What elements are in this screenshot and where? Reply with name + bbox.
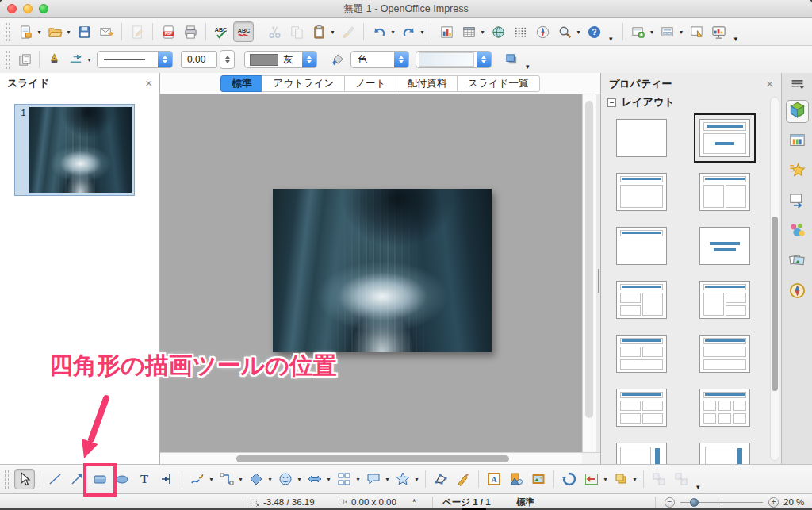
basic-shapes-dropdown-arrow[interactable]: ▾: [266, 476, 274, 483]
glue-points[interactable]: [453, 469, 473, 489]
toolbar-overflow-button[interactable]: ▾: [526, 63, 530, 71]
save[interactable]: [74, 21, 94, 42]
view-tab-5[interactable]: スライド一覧: [457, 75, 539, 92]
layout-title-content[interactable]: [699, 119, 750, 157]
sidebar-tab-navigator[interactable]: [786, 281, 809, 304]
line-style-stepper[interactable]: [158, 51, 172, 68]
line-color-select[interactable]: 灰: [244, 51, 317, 68]
toolbar-drag-handle[interactable]: [4, 470, 9, 489]
navigator[interactable]: [532, 21, 553, 42]
connector-tool-dropdown-arrow[interactable]: ▾: [237, 476, 244, 483]
arrange-dropdown-arrow[interactable]: ▾: [631, 476, 638, 483]
display-grid[interactable]: [510, 21, 530, 42]
toolbar-overflow-button[interactable]: ▾: [734, 35, 738, 43]
export-pdf[interactable]: PDF: [158, 21, 178, 42]
symbol-shapes[interactable]: [275, 469, 296, 489]
layout-content-vtitle[interactable]: [616, 443, 667, 464]
print[interactable]: [180, 21, 201, 42]
line-style-select[interactable]: [97, 51, 173, 68]
connector-tool[interactable]: [216, 469, 237, 489]
layout-title-only[interactable]: [616, 227, 667, 265]
view-tab-1[interactable]: 標準: [220, 75, 262, 92]
close-window-button[interactable]: [7, 4, 17, 13]
layout-content-vtitle-2[interactable]: [699, 443, 750, 464]
arrow-style-dropdown-arrow[interactable]: ▾: [86, 56, 93, 63]
help[interactable]: ?: [584, 21, 604, 42]
zoom-in-button[interactable]: +: [768, 497, 779, 508]
edit-points[interactable]: [431, 469, 451, 489]
line-width-input[interactable]: 0.00: [181, 51, 217, 68]
zoom-out-button[interactable]: −: [665, 497, 675, 508]
rectangle-tool[interactable]: [90, 469, 110, 489]
flowchart-shapes[interactable]: [334, 469, 354, 489]
zoom-window-button[interactable]: [39, 4, 48, 13]
zoom-slider[interactable]: [680, 502, 763, 503]
slides-panel-close-icon[interactable]: ×: [145, 77, 152, 89]
sidebar-tab-animation-effects[interactable]: [786, 220, 809, 243]
insert-table[interactable]: [458, 21, 479, 42]
open-document[interactable]: [44, 21, 65, 42]
insert-chart[interactable]: [436, 21, 457, 42]
curve-tool[interactable]: [187, 469, 208, 489]
arrow-style-button[interactable]: [65, 49, 86, 70]
zoom[interactable]: [554, 21, 575, 42]
line-color-stepper[interactable]: [302, 51, 316, 68]
block-arrows-dropdown-arrow[interactable]: ▾: [325, 476, 332, 483]
insert-table-dropdown-arrow[interactable]: ▾: [479, 29, 486, 36]
new-slide-dropdown-arrow[interactable]: ▾: [649, 29, 656, 36]
styles-button[interactable]: [14, 49, 35, 70]
alignment[interactable]: [581, 469, 602, 489]
rotate[interactable]: [559, 469, 580, 489]
open-document-dropdown-arrow[interactable]: ▾: [65, 29, 72, 36]
flowchart-shapes-dropdown-arrow[interactable]: ▾: [354, 476, 362, 483]
star-shapes-dropdown-arrow[interactable]: ▾: [413, 476, 420, 483]
toolbar-overflow-button[interactable]: ▾: [609, 35, 613, 43]
slide-picture-object[interactable]: [273, 189, 492, 352]
toolbar-drag-handle[interactable]: [5, 50, 10, 69]
redo[interactable]: [398, 21, 419, 42]
symbol-shapes-dropdown-arrow[interactable]: ▾: [296, 476, 303, 483]
slide-design[interactable]: [687, 21, 707, 42]
auto-spellcheck[interactable]: ABC: [233, 21, 254, 42]
slide-workspace[interactable]: [160, 94, 582, 452]
sidebar-tab-sidebar-menu[interactable]: [786, 79, 809, 93]
slide-show[interactable]: [709, 21, 730, 42]
fill-type-select[interactable]: 色: [350, 51, 409, 68]
horizontal-scrollbar[interactable]: [160, 452, 582, 464]
redo-dropdown-arrow[interactable]: ▾: [419, 29, 426, 36]
collapse-section-icon[interactable]: [607, 98, 616, 107]
minimize-window-button[interactable]: [23, 4, 33, 13]
callout-shapes[interactable]: [363, 469, 384, 489]
vertical-text-tool[interactable]: [156, 469, 177, 489]
layout-title-2left-1right[interactable]: [616, 281, 667, 319]
new-document[interactable]: [15, 21, 36, 42]
slide-layout-dropdown-arrow[interactable]: ▾: [678, 29, 685, 36]
callout-shapes-dropdown-arrow[interactable]: ▾: [384, 476, 391, 483]
vertical-scrollbar-thumb[interactable]: [585, 101, 593, 418]
arrange[interactable]: [611, 469, 631, 489]
layout-title-box[interactable]: [616, 173, 667, 211]
spelling[interactable]: ABC: [211, 21, 232, 42]
zoom-dropdown-arrow[interactable]: ▾: [575, 29, 582, 36]
fill-color-stepper[interactable]: [477, 51, 491, 68]
fill-type-stepper[interactable]: [394, 51, 408, 68]
toolbar-drag-handle[interactable]: [5, 22, 10, 41]
horizontal-scrollbar-thumb[interactable]: [236, 455, 509, 462]
layout-blank[interactable]: [616, 119, 667, 157]
toolbar-overflow-button[interactable]: ▾: [696, 483, 700, 491]
view-tab-3[interactable]: ノート: [344, 75, 396, 92]
insert-picture[interactable]: [506, 469, 527, 489]
sidebar-tab-gallery[interactable]: [786, 251, 809, 274]
block-arrows[interactable]: [304, 469, 325, 489]
vertical-scrollbar[interactable]: [582, 94, 596, 452]
layout-title-2rows[interactable]: [699, 335, 750, 373]
sidebar-tab-custom-animation[interactable]: [786, 160, 809, 183]
line-width-stepper[interactable]: [220, 50, 235, 69]
layout-title-6box[interactable]: [699, 389, 750, 427]
fontwork-gallery[interactable]: A: [484, 469, 504, 489]
new-slide[interactable]: [628, 21, 649, 42]
hyperlink[interactable]: [488, 21, 508, 42]
slide-thumbnail-1[interactable]: 1: [14, 104, 135, 196]
undo-dropdown-arrow[interactable]: ▾: [389, 29, 396, 36]
gallery[interactable]: [528, 469, 549, 489]
